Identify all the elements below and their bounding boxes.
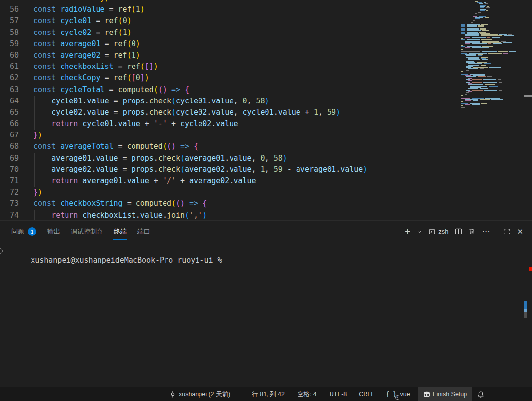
line-number: 59 (0, 38, 19, 50)
status-item-finish-setup[interactable]: Finish Setup (418, 387, 472, 401)
status-item-notifications[interactable] (474, 387, 488, 401)
minimap-row (461, 10, 519, 11)
minimap-row (461, 39, 519, 40)
status-item-language-mode[interactable]: { }×vue (382, 387, 414, 401)
terminal-scrollbar[interactable] (524, 301, 527, 318)
line-number: 66 (0, 118, 19, 130)
minimap-row (461, 14, 519, 15)
minimap-row (461, 57, 519, 58)
shell-label: zsh (438, 228, 448, 235)
panel-tab-输出[interactable]: 输出 (42, 221, 66, 242)
code-line: 62const checkCopy = ref([0]) (0, 72, 367, 84)
minimap-row (461, 12, 519, 13)
code-line: 74 return checkboxList.value.join(',') (0, 210, 367, 220)
minimap-row (461, 32, 519, 33)
minimap-row (461, 6, 519, 7)
code-line: 72}) (0, 187, 367, 198)
minimap-row (461, 87, 519, 88)
minimap-row (461, 28, 519, 29)
line-number: 60 (0, 50, 19, 61)
status-item-label: 行 81, 列 42 (252, 390, 285, 399)
minimap-row (461, 71, 519, 72)
code-line: 60const average02 = ref(1) (0, 50, 367, 61)
code-lines: 55 })56const radioValue = ref(1)57const … (0, 0, 367, 220)
line-number: 74 (0, 210, 19, 220)
minimap-row (461, 68, 519, 69)
panel-tab-终端[interactable]: 终端 (108, 221, 132, 242)
minimap-row (461, 84, 519, 85)
split-editor-icon (455, 228, 462, 235)
status-item-label: xushanpei (2 天前) (179, 390, 230, 399)
minimap-row (461, 3, 519, 4)
minimap-row (461, 22, 519, 23)
panel-tab-问题[interactable]: 问题1 (6, 221, 42, 242)
minimap-row (461, 62, 519, 63)
status-item-label: UTF-8 (330, 391, 347, 398)
minimap-row (461, 46, 519, 47)
terminal-icon (428, 228, 436, 235)
line-number: 64 (0, 96, 19, 107)
status-item-eol[interactable]: CRLF (355, 387, 378, 401)
minimap-row (461, 83, 519, 84)
line-number: 62 (0, 72, 19, 84)
code-line: 61const checkboxList = ref([]) (0, 61, 367, 72)
minimap-row (461, 9, 519, 10)
line-number: 57 (0, 15, 19, 27)
minimap-row (461, 94, 519, 95)
more-actions-button[interactable]: ⋯ (482, 227, 490, 236)
line-number: 58 (0, 27, 19, 38)
terminal[interactable]: xushanpei@xushanpeideMacBook-Pro ruoyi-u… (0, 242, 532, 387)
minimap-row (461, 111, 519, 112)
minimap-row (461, 1, 519, 2)
minimap-row (461, 18, 519, 19)
panel-tab-调试控制台[interactable]: 调试控制台 (66, 221, 108, 242)
line-number: 55 (0, 0, 19, 4)
terminal-profile-item[interactable]: zsh (428, 228, 448, 235)
minimap-row (461, 104, 519, 105)
line-number: 68 (0, 141, 19, 152)
minimap-row (461, 16, 519, 17)
minimap-row (461, 91, 519, 92)
status-item-cursor-position[interactable]: 行 81, 列 42 (248, 387, 288, 401)
trash-icon (468, 228, 475, 235)
minimap-row (461, 72, 519, 73)
maximize-panel-button[interactable] (503, 228, 510, 235)
minimap-row (461, 49, 519, 50)
minimap-row (461, 65, 519, 66)
tab-label: 输出 (47, 227, 60, 236)
close-panel-button[interactable]: ✕ (517, 227, 523, 236)
minimap-row (461, 63, 519, 64)
minimap-row (461, 113, 519, 114)
code-line: 67}) (0, 130, 367, 141)
status-item-encoding[interactable]: UTF-8 (326, 387, 350, 401)
minimap-row (461, 7, 519, 8)
kill-terminal-button[interactable] (468, 228, 475, 235)
overview-ruler-marker (524, 95, 532, 97)
terminal-dropdown-button[interactable] (417, 229, 422, 234)
minimap-row (461, 105, 519, 106)
minimap-row (461, 2, 519, 3)
minimap-row (461, 101, 519, 102)
code-line: 56const radioValue = ref(1) (0, 4, 367, 15)
code-editor[interactable]: 55 })56const radioValue = ref(1)57const … (0, 0, 532, 220)
minimap-row (461, 98, 519, 99)
new-terminal-button[interactable]: + (405, 227, 410, 236)
minimap-row (461, 97, 519, 98)
minimap-row (461, 21, 519, 22)
divider (497, 228, 497, 235)
terminal-prompt-line: xushanpei@xushanpeideMacBook-Pro ruoyi-u… (4, 247, 532, 273)
panel-tab-端口[interactable]: 端口 (132, 221, 156, 242)
status-item-indentation[interactable]: 空格: 4 (294, 387, 320, 401)
line-number: 70 (0, 164, 19, 175)
minimap-row (461, 53, 519, 54)
status-item-label: CRLF (359, 391, 375, 398)
minimap-row (461, 50, 519, 51)
git-commit-icon (169, 391, 176, 398)
minimap-row (461, 5, 519, 6)
split-terminal-button[interactable] (455, 228, 462, 235)
status-item-scm-sync[interactable]: xushanpei (2 天前) (166, 387, 233, 401)
minimap-row (461, 24, 519, 25)
minimap[interactable] (461, 1, 519, 115)
minimap-row (461, 80, 519, 81)
minimap-row (461, 29, 519, 30)
